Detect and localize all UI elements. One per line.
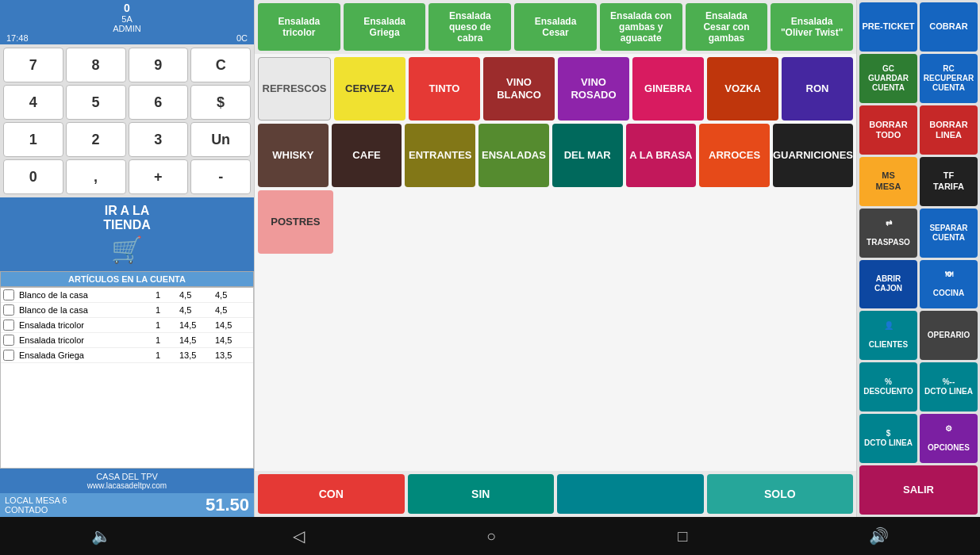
btn-abrir-cajon[interactable]: ABRIRCAJON — [859, 260, 917, 309]
menu-btn-del-mar[interactable]: DEL MAR — [552, 124, 623, 187]
num-9[interactable]: 9 — [129, 48, 189, 82]
article-total: 14,5 — [215, 320, 251, 330]
right-row-9: $DCTO LINEA ⚙OPCIONES — [859, 414, 978, 463]
table-row[interactable]: Ensalada Griega 1 13,5 13,5 — [1, 348, 253, 363]
row-checkbox[interactable] — [3, 304, 14, 316]
menu-btn-ginebra[interactable]: GINEBRA — [632, 57, 704, 121]
menu-btn-ensalada-cesar[interactable]: Ensalada Cesar — [514, 3, 597, 51]
btn-cobrar[interactable]: COBRAR — [920, 2, 978, 52]
btn-preticket[interactable]: PRE-TICKET — [859, 2, 917, 52]
btn-borrar-linea[interactable]: BORRARLINEA — [920, 105, 978, 155]
menu-btn-ensaladas[interactable]: ENSALADAS — [478, 124, 549, 187]
menu-btn-refrescos[interactable]: REFRESCOS — [258, 57, 331, 121]
menu-btn-ensalada-cesar-gambas[interactable]: Ensalada Cesar con gambas — [686, 3, 768, 51]
num-2[interactable]: 2 — [66, 122, 126, 157]
num-1[interactable]: 1 — [3, 122, 63, 157]
home-icon[interactable]: ○ — [486, 527, 496, 545]
back-icon[interactable]: ◁ — [293, 526, 305, 545]
bottom-btn-empty1[interactable] — [557, 474, 704, 514]
btn-opciones[interactable]: ⚙OPCIONES — [920, 414, 978, 463]
menu-btn-vozka[interactable]: VOZKA — [707, 57, 778, 121]
footer-logo: CASA DEL TPV — [3, 472, 251, 481]
btn-clientes[interactable]: 👤CLIENTES — [859, 311, 917, 360]
row-checkbox[interactable] — [3, 350, 14, 361]
recents-icon[interactable]: □ — [678, 527, 687, 545]
menu-btn-vino-blanco[interactable]: VINO BLANCO — [483, 57, 555, 121]
menu-section: REFRESCOS CERVEZA TINTO VINO BLANCO VINO… — [255, 54, 856, 471]
num-3[interactable]: 3 — [129, 122, 189, 157]
num-8[interactable]: 8 — [66, 48, 126, 82]
num-6[interactable]: 6 — [129, 85, 189, 120]
tienda-label2: TIENDA — [3, 218, 251, 232]
menu-btn-ensalada-griega[interactable]: Ensalada Griega — [344, 3, 426, 51]
num-minus[interactable]: - — [190, 159, 251, 194]
btn-borrar-todo[interactable]: BORRARTODO — [859, 105, 917, 155]
num-4[interactable]: 4 — [3, 85, 63, 120]
num-dollar[interactable]: $ — [190, 85, 251, 120]
right-row-3: BORRARTODO BORRARLINEA — [859, 105, 978, 155]
menu-btn-a-la-brasa[interactable]: A LA BRASA — [626, 124, 697, 187]
num-0[interactable]: 0 — [3, 159, 63, 194]
num-un[interactable]: Un — [190, 122, 251, 157]
row-checkbox[interactable] — [3, 289, 14, 300]
menu-btn-entrantes[interactable]: ENTRANTES — [405, 124, 475, 187]
bottom-btn-con[interactable]: CON — [258, 474, 405, 514]
menu-btn-arroces[interactable]: ARROCES — [699, 124, 770, 187]
article-price: 4,5 — [179, 290, 215, 300]
btn-dcto-linea-dollar[interactable]: $DCTO LINEA — [859, 414, 917, 463]
article-qty: 1 — [156, 335, 179, 345]
menu-btn-ensalada-tricolor[interactable]: Ensalada tricolor — [258, 3, 340, 51]
menu-btn-ron[interactable]: RON — [782, 57, 853, 121]
table-row[interactable]: Blanco de la casa 1 4,5 4,5 — [1, 288, 253, 303]
table-row[interactable]: Ensalada tricolor 1 14,5 14,5 — [1, 333, 253, 348]
btn-descuento[interactable]: %DESCUENTO — [859, 362, 917, 411]
btn-guardar-cuenta[interactable]: GCGUARDARCUENTA — [859, 54, 917, 103]
btn-operario[interactable]: OPERARIO — [920, 311, 978, 360]
display-line1: 5A — [2, 14, 252, 24]
left-panel: 0 5A ADMIN 17:48 0C 7 8 9 C 4 5 6 $ 1 2 … — [0, 0, 254, 517]
article-name: Ensalada Griega — [19, 350, 156, 360]
num-comma[interactable]: , — [66, 159, 126, 194]
num-5[interactable]: 5 — [66, 85, 126, 120]
menu-top: Ensalada tricolor Ensalada Griega Ensala… — [255, 0, 856, 54]
menu-btn-ensalada-gambas[interactable]: Ensalada con gambas y aguacate — [600, 3, 682, 51]
num-7[interactable]: 7 — [3, 48, 63, 82]
table-row[interactable]: Ensalada tricolor 1 14,5 14,5 — [1, 318, 253, 333]
num-plus[interactable]: + — [129, 159, 189, 194]
btn-tarifa[interactable]: TFTARIFA — [920, 157, 978, 206]
right-row-5: ⇄TRASPASO SEPARARCUENTA — [859, 209, 978, 258]
table-row[interactable]: Blanco de la casa 1 4,5 4,5 — [1, 303, 253, 318]
volume-icon-right: 🔊 — [869, 526, 889, 545]
btn-cocina[interactable]: 🍽COCINA — [920, 260, 978, 309]
btn-salir[interactable]: SALIR — [859, 465, 978, 515]
btn-mesa[interactable]: MSMESA — [859, 157, 917, 206]
tienda-button[interactable]: IR A LA TIENDA 🛒 — [0, 197, 254, 271]
display-value: 0 — [2, 2, 252, 14]
volume-icon: 🔈 — [91, 526, 111, 545]
tienda-label1: IR A LA — [3, 204, 251, 218]
right-row-2: GCGUARDARCUENTA RCRECUPERARCUENTA — [859, 54, 978, 103]
row-checkbox[interactable] — [3, 335, 14, 346]
menu-btn-ensalada-oliver[interactable]: Ensalada "Oliver Twist" — [771, 3, 853, 51]
menu-btn-tinto[interactable]: TINTO — [409, 57, 480, 121]
btn-separar-cuenta[interactable]: SEPARARCUENTA — [920, 209, 978, 258]
bottom-btn-solo[interactable]: SOLO — [707, 474, 854, 514]
menu-btn-guarniciones[interactable]: GUARNICIONES — [773, 124, 853, 187]
btn-traspaso[interactable]: ⇄TRASPASO — [859, 209, 917, 258]
menu-btn-whisky[interactable]: WHISKY — [258, 124, 329, 187]
menu-btn-postres[interactable]: POSTRES — [258, 190, 333, 254]
status-bar: LOCAL MESA 6 CONTADO 51.50 — [0, 493, 254, 517]
btn-dcto-linea[interactable]: %--DCTO LINEA — [920, 362, 978, 411]
menu-btn-vino-rosado[interactable]: VINO ROSADO — [558, 57, 629, 121]
bottom-btn-sin[interactable]: SIN — [408, 474, 555, 514]
article-total: 4,5 — [215, 305, 251, 315]
row-checkbox[interactable] — [3, 320, 14, 331]
menu-btn-cerveza[interactable]: CERVEZA — [334, 57, 405, 121]
num-c[interactable]: C — [190, 48, 251, 82]
menu-btn-ensalada-queso[interactable]: Ensalada queso de cabra — [429, 3, 511, 51]
btn-recuperar-cuenta[interactable]: RCRECUPERARCUENTA — [920, 54, 978, 103]
menu-btn-cafe[interactable]: CAFE — [332, 124, 402, 187]
total-amount: 51.50 — [206, 495, 249, 515]
display-time: 17:48 — [6, 33, 29, 43]
menu-row-2: WHISKY CAFE ENTRANTES ENSALADAS DEL MAR … — [258, 124, 853, 187]
